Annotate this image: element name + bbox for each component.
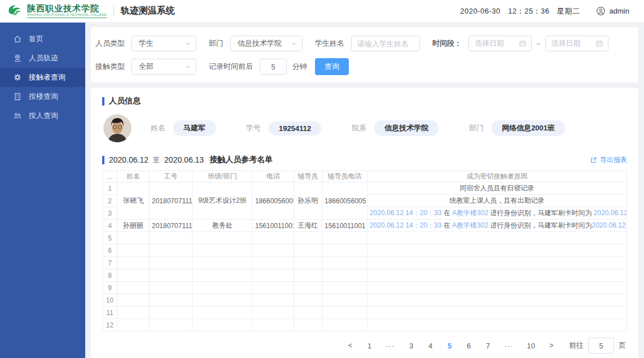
cell-counselor-phone xyxy=(322,294,367,307)
export-report-button[interactable]: 导出报表 xyxy=(590,155,627,165)
table-row: 10 xyxy=(103,294,627,307)
cell-name xyxy=(117,307,150,319)
sidebar-item-home[interactable]: 首页 xyxy=(0,29,85,49)
section-title-bar xyxy=(102,156,104,164)
cell-counselor-phone xyxy=(322,319,367,331)
cell-work-id xyxy=(150,245,192,257)
person-field-student-id: 学号 19254112 xyxy=(246,121,321,136)
cell-name xyxy=(117,257,150,269)
sidebar-item-label: 按楼查询 xyxy=(29,91,58,102)
goto-page-input[interactable] xyxy=(588,338,614,353)
sidebar-item-label: 首页 xyxy=(29,34,43,44)
cell-counselor-phone xyxy=(322,269,367,282)
date-range-separator: ~ xyxy=(536,40,541,48)
person-type-select[interactable]: 学生 xyxy=(132,36,196,51)
header-left: 陕西职业技术学院 SHAANXI VOCATIONAL & TECHNICAL … xyxy=(7,3,175,20)
person-field-college: 院系 信息技术学院 xyxy=(352,120,439,136)
cell-reason xyxy=(367,257,627,269)
sidebar-item-building-query[interactable]: 按楼查询 xyxy=(0,87,85,106)
cell-reason xyxy=(367,319,627,331)
cell-name xyxy=(117,294,150,307)
pagination-page-6[interactable]: 6 xyxy=(463,339,475,352)
pagination-page-4[interactable]: 4 xyxy=(424,339,437,352)
cell-reason xyxy=(367,269,627,282)
header-username: admin xyxy=(610,7,629,15)
trajectory-icon xyxy=(13,54,22,63)
pagination-page-1[interactable]: 1 xyxy=(363,339,376,352)
section-title-bar xyxy=(102,97,104,106)
cell-counselor-phone xyxy=(322,257,367,269)
person-field-department: 部门 网络信息2001班 xyxy=(469,120,565,136)
cell-reason xyxy=(367,307,627,319)
sidebar-item-person-query[interactable]: 按人查询 xyxy=(0,106,85,125)
pagination-page-5[interactable]: 5 xyxy=(444,339,456,352)
sidebar-item-label: 按人查询 xyxy=(29,111,58,121)
end-date-picker[interactable]: 选择日期 xyxy=(545,36,608,51)
app-header: 陕西职业技术学院 SHAANXI VOCATIONAL & TECHNICAL … xyxy=(0,0,644,23)
cell-reason xyxy=(367,245,627,257)
pagination-page-3[interactable]: 3 xyxy=(405,339,418,352)
department-label: 部门 xyxy=(209,38,224,49)
goto-label: 前往 xyxy=(569,340,584,351)
person-field-name: 姓名 马建军 xyxy=(151,120,216,136)
cell-counselor: 王海红 xyxy=(294,220,322,232)
pagination-page-7[interactable]: 7 xyxy=(482,339,494,352)
cell-counselor-phone: 18660056005 xyxy=(322,182,367,220)
list-title-text: 接触人员参考名单 xyxy=(209,155,273,165)
name-label: 姓名 xyxy=(151,123,165,133)
school-logo-text: 陕西职业技术学院 SHAANXI VOCATIONAL & TECHNICAL … xyxy=(27,4,107,18)
reason-text: 统教室上课人员，且有出勤记录 xyxy=(450,197,545,204)
cell-class-dept xyxy=(192,257,253,269)
contact-type-select[interactable]: 全部 xyxy=(132,59,196,75)
start-date-picker[interactable]: 选择日期 xyxy=(468,36,532,51)
cell-name xyxy=(117,245,150,257)
reason-highlight-text: 2020.06.12 14：21：33 xyxy=(594,209,627,217)
cell-reason: 2020.06.12 14：20：33 在 A教学楼302 进行身份识别，马建军… xyxy=(367,207,627,220)
time-range-label: 时间段： xyxy=(432,38,462,49)
sidebar-item-contact-query[interactable]: 接触者查询 xyxy=(0,68,85,87)
contact-list-title: 2020.06.12 至 2020.06.13 接触人员参考名单 xyxy=(102,155,273,165)
pagination-prev-button[interactable]: < xyxy=(344,339,357,352)
header-divider xyxy=(113,6,114,17)
cell-reason xyxy=(367,294,627,307)
filter-row-1: 人员类型 学生 部门 信息技术学院 学生姓名 xyxy=(95,36,634,51)
department-value: 信息技术学院 xyxy=(238,38,282,49)
cell-work-id xyxy=(150,257,192,269)
cell-name xyxy=(117,319,150,331)
table-row: 11 xyxy=(103,307,627,319)
cell-phone xyxy=(253,232,294,245)
cell-counselor-phone xyxy=(322,282,367,294)
reason-highlight-text: A教学楼302 xyxy=(452,221,488,229)
column-header: 电话 xyxy=(253,171,294,182)
reason-highlight-text: A教学楼302 xyxy=(452,209,488,217)
row-number-cell: 1 xyxy=(103,182,117,195)
cell-name: 张晓飞 xyxy=(117,182,150,220)
reason-highlight-text: 2020.06.12 14：21：33 xyxy=(592,221,627,229)
student-name-input[interactable] xyxy=(351,36,420,51)
table-header-row: ...姓名工号班级/部门电话辅导员辅导员电话成为密切接触者原因 xyxy=(103,171,627,182)
column-header: 辅导员 xyxy=(294,171,322,182)
row-number-cell: 11 xyxy=(103,307,117,319)
cell-reason xyxy=(367,232,627,245)
contact-type-label: 接触类型 xyxy=(95,62,125,72)
reason-highlight-text: 2020.06.12 14：20：33 xyxy=(370,209,441,217)
row-number-cell: 8 xyxy=(103,269,117,282)
college-label: 院系 xyxy=(352,123,366,133)
pagination-page-10[interactable]: 10 xyxy=(524,339,538,352)
cell-phone xyxy=(253,294,294,307)
student-name-filter: 学生姓名 xyxy=(315,36,420,51)
pagination-next-button[interactable]: > xyxy=(545,339,558,352)
sidebar: 首页人员轨迹接触者查询按楼查询按人查询 xyxy=(0,23,85,358)
cell-phone xyxy=(253,269,294,282)
person-type-value: 学生 xyxy=(139,38,154,49)
user-menu[interactable]: admin xyxy=(596,6,629,16)
chevron-down-icon xyxy=(291,40,297,47)
home-icon xyxy=(13,34,22,43)
record-time-input[interactable] xyxy=(260,59,287,75)
sidebar-item-trajectory[interactable]: 人员轨迹 xyxy=(0,49,85,68)
department-select[interactable]: 信息技术学院 xyxy=(230,36,303,51)
query-button[interactable]: 查询 xyxy=(315,58,349,75)
cell-counselor xyxy=(294,257,322,269)
person-type-label: 人员类型 xyxy=(95,38,125,49)
cell-class-dept xyxy=(192,232,253,245)
